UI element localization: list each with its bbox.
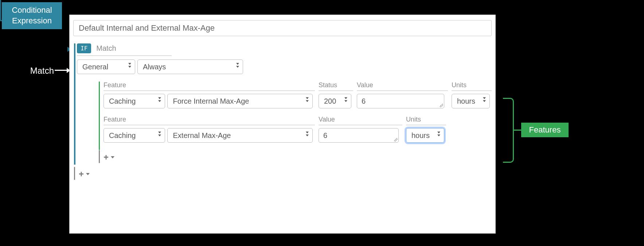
- match-row: General Always: [77, 59, 495, 74]
- callout-match: Match: [14, 66, 54, 76]
- add-rule-button[interactable]: +: [79, 167, 90, 181]
- match-category-select[interactable]: General: [77, 59, 135, 74]
- caret-down-icon: [111, 156, 114, 158]
- feature-name-select[interactable]: External Max-Age: [167, 128, 313, 143]
- col-label-status: Status: [319, 81, 353, 91]
- rule-editor-panel: Default Internal and External Max-Age IF…: [69, 15, 496, 234]
- status-value: 200: [324, 97, 336, 105]
- plus-icon: +: [104, 152, 109, 162]
- feature-name-value: Force Internal Max-Age: [173, 97, 249, 105]
- rule-title-text: Default Internal and External Max-Age: [79, 23, 215, 33]
- feature-row: Feature Caching Force Internal Max-Age: [104, 81, 495, 108]
- callout-conditional-expression: Conditional Expression: [2, 2, 62, 29]
- feature-name-value: External Max-Age: [173, 131, 231, 140]
- caret-down-icon: [86, 173, 90, 175]
- status-select[interactable]: 200: [319, 94, 351, 108]
- col-label-value: Value: [357, 81, 448, 91]
- if-label: Match: [96, 44, 116, 53]
- if-header: IF Match: [77, 43, 172, 56]
- col-label-value: Value: [319, 116, 402, 125]
- add-rule-row: +: [74, 167, 492, 181]
- features-block: Feature Caching Force Internal Max-Age: [99, 81, 495, 150]
- col-label-feature: Feature: [104, 116, 315, 125]
- value-text: 6: [362, 97, 366, 105]
- add-feature-button[interactable]: +: [104, 150, 114, 165]
- units-value: hours: [411, 131, 430, 140]
- col-label-feature: Feature: [104, 81, 315, 91]
- connector-line: [55, 70, 67, 71]
- units-value: hours: [457, 97, 475, 105]
- col-label-units: Units: [452, 81, 492, 91]
- plus-icon: +: [79, 169, 84, 179]
- bracket: [503, 98, 514, 163]
- rule-title-input[interactable]: Default Internal and External Max-Age: [73, 20, 492, 36]
- rule-body: IF Match General Always: [70, 36, 495, 181]
- callout-line2: Expression: [12, 16, 52, 26]
- match-condition-select[interactable]: Always: [137, 59, 243, 74]
- feature-category-value: Caching: [109, 131, 136, 140]
- connector-line: [0, 0, 1, 20]
- if-badge: IF: [77, 43, 91, 53]
- letterbox: [496, 0, 644, 246]
- resize-handle[interactable]: [394, 138, 398, 142]
- match-category-value: General: [82, 63, 108, 71]
- indicator-line: [99, 150, 100, 163]
- match-condition-value: Always: [143, 63, 166, 71]
- feature-category-select[interactable]: Caching: [104, 128, 165, 143]
- feature-row: Feature Caching External Max-Age: [104, 116, 495, 143]
- feature-name-select[interactable]: Force Internal Max-Age: [167, 94, 313, 108]
- value-input[interactable]: 6: [357, 94, 444, 108]
- callout-features: Features: [521, 123, 569, 137]
- feature-indicator: [99, 81, 100, 150]
- feature-category-value: Caching: [109, 97, 136, 105]
- col-label-units: Units: [406, 116, 446, 125]
- value-input[interactable]: 6: [319, 128, 399, 143]
- value-text: 6: [323, 131, 327, 140]
- resize-handle[interactable]: [440, 104, 443, 107]
- feature-category-select[interactable]: Caching: [104, 94, 165, 108]
- units-select[interactable]: hours: [406, 128, 444, 143]
- callout-line1: Conditional: [12, 5, 52, 16]
- indicator-line: [74, 167, 75, 180]
- connector-line: [514, 130, 521, 131]
- units-select[interactable]: hours: [452, 94, 490, 108]
